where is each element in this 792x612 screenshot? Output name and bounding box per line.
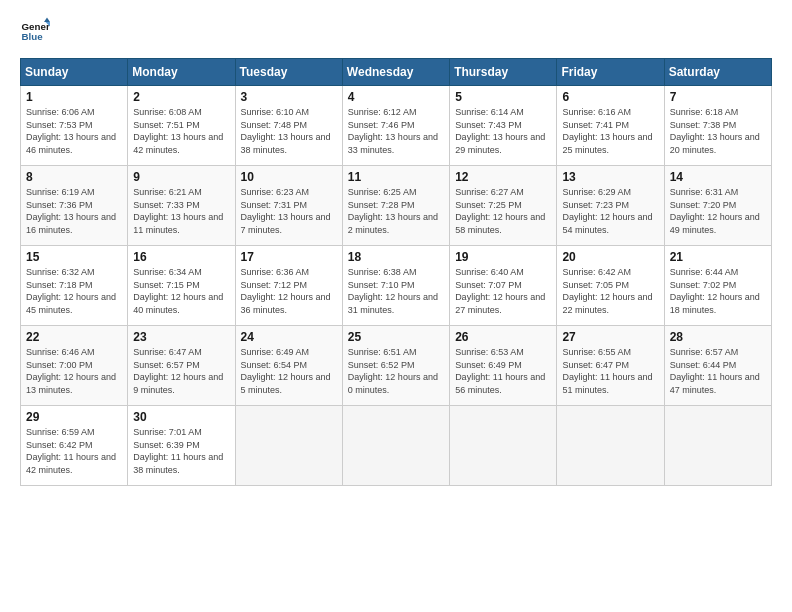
day-cell: 14 Sunrise: 6:31 AMSunset: 7:20 PMDaylig… [664, 166, 771, 246]
day-number: 8 [26, 170, 122, 184]
day-number: 1 [26, 90, 122, 104]
day-info: Sunrise: 6:16 AMSunset: 7:41 PMDaylight:… [562, 107, 652, 155]
day-cell: 27 Sunrise: 6:55 AMSunset: 6:47 PMDaylig… [557, 326, 664, 406]
day-cell: 1 Sunrise: 6:06 AMSunset: 7:53 PMDayligh… [21, 86, 128, 166]
day-number: 9 [133, 170, 229, 184]
day-number: 25 [348, 330, 444, 344]
logo-icon: General Blue [20, 16, 50, 46]
day-info: Sunrise: 6:19 AMSunset: 7:36 PMDaylight:… [26, 187, 116, 235]
day-cell: 16 Sunrise: 6:34 AMSunset: 7:15 PMDaylig… [128, 246, 235, 326]
day-info: Sunrise: 6:31 AMSunset: 7:20 PMDaylight:… [670, 187, 760, 235]
day-number: 15 [26, 250, 122, 264]
day-cell: 26 Sunrise: 6:53 AMSunset: 6:49 PMDaylig… [450, 326, 557, 406]
day-info: Sunrise: 6:51 AMSunset: 6:52 PMDaylight:… [348, 347, 438, 395]
day-info: Sunrise: 6:38 AMSunset: 7:10 PMDaylight:… [348, 267, 438, 315]
day-info: Sunrise: 6:08 AMSunset: 7:51 PMDaylight:… [133, 107, 223, 155]
day-number: 29 [26, 410, 122, 424]
day-info: Sunrise: 6:18 AMSunset: 7:38 PMDaylight:… [670, 107, 760, 155]
day-number: 3 [241, 90, 337, 104]
day-number: 12 [455, 170, 551, 184]
weekday-header-tuesday: Tuesday [235, 59, 342, 86]
day-number: 7 [670, 90, 766, 104]
weekday-header-saturday: Saturday [664, 59, 771, 86]
calendar-page: General Blue SundayMondayTuesdayWednesda… [0, 0, 792, 612]
day-info: Sunrise: 6:42 AMSunset: 7:05 PMDaylight:… [562, 267, 652, 315]
calendar-table: SundayMondayTuesdayWednesdayThursdayFrid… [20, 58, 772, 486]
day-cell: 8 Sunrise: 6:19 AMSunset: 7:36 PMDayligh… [21, 166, 128, 246]
day-cell: 3 Sunrise: 6:10 AMSunset: 7:48 PMDayligh… [235, 86, 342, 166]
logo: General Blue [20, 16, 50, 46]
day-info: Sunrise: 6:14 AMSunset: 7:43 PMDaylight:… [455, 107, 545, 155]
day-cell: 2 Sunrise: 6:08 AMSunset: 7:51 PMDayligh… [128, 86, 235, 166]
day-info: Sunrise: 6:29 AMSunset: 7:23 PMDaylight:… [562, 187, 652, 235]
day-cell [235, 406, 342, 486]
weekday-header-friday: Friday [557, 59, 664, 86]
day-info: Sunrise: 6:59 AMSunset: 6:42 PMDaylight:… [26, 427, 116, 475]
day-cell [342, 406, 449, 486]
day-info: Sunrise: 6:21 AMSunset: 7:33 PMDaylight:… [133, 187, 223, 235]
day-cell: 25 Sunrise: 6:51 AMSunset: 6:52 PMDaylig… [342, 326, 449, 406]
day-info: Sunrise: 6:44 AMSunset: 7:02 PMDaylight:… [670, 267, 760, 315]
week-row-4: 22 Sunrise: 6:46 AMSunset: 7:00 PMDaylig… [21, 326, 772, 406]
day-number: 2 [133, 90, 229, 104]
day-info: Sunrise: 7:01 AMSunset: 6:39 PMDaylight:… [133, 427, 223, 475]
day-cell: 22 Sunrise: 6:46 AMSunset: 7:00 PMDaylig… [21, 326, 128, 406]
day-info: Sunrise: 6:46 AMSunset: 7:00 PMDaylight:… [26, 347, 116, 395]
svg-marker-2 [44, 18, 50, 23]
day-cell: 12 Sunrise: 6:27 AMSunset: 7:25 PMDaylig… [450, 166, 557, 246]
day-number: 14 [670, 170, 766, 184]
day-cell: 11 Sunrise: 6:25 AMSunset: 7:28 PMDaylig… [342, 166, 449, 246]
day-cell: 24 Sunrise: 6:49 AMSunset: 6:54 PMDaylig… [235, 326, 342, 406]
day-cell: 5 Sunrise: 6:14 AMSunset: 7:43 PMDayligh… [450, 86, 557, 166]
day-cell: 15 Sunrise: 6:32 AMSunset: 7:18 PMDaylig… [21, 246, 128, 326]
day-number: 11 [348, 170, 444, 184]
day-number: 22 [26, 330, 122, 344]
day-number: 27 [562, 330, 658, 344]
day-number: 4 [348, 90, 444, 104]
day-cell: 7 Sunrise: 6:18 AMSunset: 7:38 PMDayligh… [664, 86, 771, 166]
day-cell: 29 Sunrise: 6:59 AMSunset: 6:42 PMDaylig… [21, 406, 128, 486]
day-number: 18 [348, 250, 444, 264]
day-number: 5 [455, 90, 551, 104]
day-info: Sunrise: 6:53 AMSunset: 6:49 PMDaylight:… [455, 347, 545, 395]
week-row-5: 29 Sunrise: 6:59 AMSunset: 6:42 PMDaylig… [21, 406, 772, 486]
header: General Blue [20, 16, 772, 46]
day-cell: 30 Sunrise: 7:01 AMSunset: 6:39 PMDaylig… [128, 406, 235, 486]
weekday-header-monday: Monday [128, 59, 235, 86]
day-info: Sunrise: 6:47 AMSunset: 6:57 PMDaylight:… [133, 347, 223, 395]
day-cell: 21 Sunrise: 6:44 AMSunset: 7:02 PMDaylig… [664, 246, 771, 326]
day-info: Sunrise: 6:34 AMSunset: 7:15 PMDaylight:… [133, 267, 223, 315]
day-cell: 10 Sunrise: 6:23 AMSunset: 7:31 PMDaylig… [235, 166, 342, 246]
day-cell: 13 Sunrise: 6:29 AMSunset: 7:23 PMDaylig… [557, 166, 664, 246]
weekday-header-sunday: Sunday [21, 59, 128, 86]
day-cell: 9 Sunrise: 6:21 AMSunset: 7:33 PMDayligh… [128, 166, 235, 246]
day-number: 19 [455, 250, 551, 264]
day-cell: 19 Sunrise: 6:40 AMSunset: 7:07 PMDaylig… [450, 246, 557, 326]
day-cell [664, 406, 771, 486]
day-number: 13 [562, 170, 658, 184]
day-cell: 4 Sunrise: 6:12 AMSunset: 7:46 PMDayligh… [342, 86, 449, 166]
day-cell: 23 Sunrise: 6:47 AMSunset: 6:57 PMDaylig… [128, 326, 235, 406]
day-number: 30 [133, 410, 229, 424]
day-cell: 20 Sunrise: 6:42 AMSunset: 7:05 PMDaylig… [557, 246, 664, 326]
day-info: Sunrise: 6:57 AMSunset: 6:44 PMDaylight:… [670, 347, 760, 395]
day-number: 17 [241, 250, 337, 264]
day-number: 16 [133, 250, 229, 264]
day-info: Sunrise: 6:55 AMSunset: 6:47 PMDaylight:… [562, 347, 652, 395]
day-number: 23 [133, 330, 229, 344]
day-info: Sunrise: 6:36 AMSunset: 7:12 PMDaylight:… [241, 267, 331, 315]
day-info: Sunrise: 6:49 AMSunset: 6:54 PMDaylight:… [241, 347, 331, 395]
week-row-1: 1 Sunrise: 6:06 AMSunset: 7:53 PMDayligh… [21, 86, 772, 166]
day-cell [557, 406, 664, 486]
week-row-2: 8 Sunrise: 6:19 AMSunset: 7:36 PMDayligh… [21, 166, 772, 246]
weekday-header-wednesday: Wednesday [342, 59, 449, 86]
day-info: Sunrise: 6:12 AMSunset: 7:46 PMDaylight:… [348, 107, 438, 155]
day-number: 10 [241, 170, 337, 184]
day-number: 6 [562, 90, 658, 104]
day-cell [450, 406, 557, 486]
weekday-header-thursday: Thursday [450, 59, 557, 86]
day-info: Sunrise: 6:25 AMSunset: 7:28 PMDaylight:… [348, 187, 438, 235]
weekday-header-row: SundayMondayTuesdayWednesdayThursdayFrid… [21, 59, 772, 86]
day-number: 24 [241, 330, 337, 344]
day-number: 28 [670, 330, 766, 344]
